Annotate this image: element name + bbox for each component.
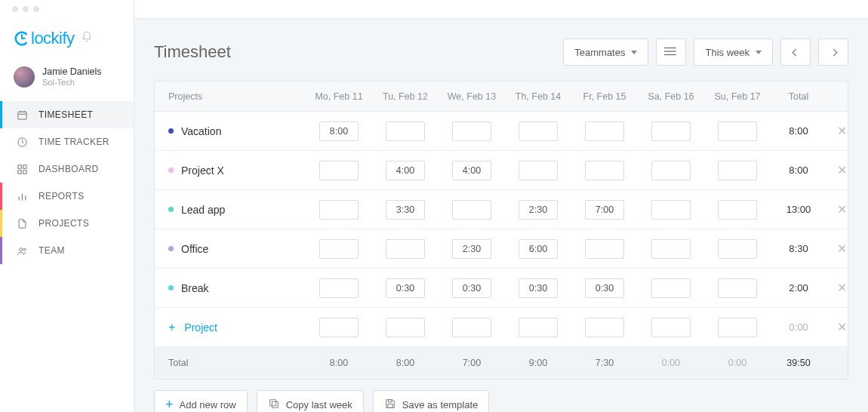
- col-day-header: Tu, Feb 12: [372, 91, 439, 102]
- time-input[interactable]: [651, 239, 691, 259]
- time-input[interactable]: [718, 121, 757, 141]
- project-cell[interactable]: Lead app: [155, 204, 306, 216]
- table-row: Project X8:00✕: [155, 151, 848, 190]
- time-input[interactable]: [585, 161, 624, 180]
- footer-day-total: 8:00: [306, 358, 372, 368]
- copy-last-week-button[interactable]: Copy last week: [257, 390, 364, 412]
- grid-icon: [16, 163, 28, 175]
- user-block[interactable]: Jamie Daniels Sol-Tech: [0, 62, 134, 101]
- time-input[interactable]: [519, 200, 558, 220]
- time-input[interactable]: [651, 200, 691, 220]
- project-cell[interactable]: Project X: [155, 164, 306, 177]
- time-input[interactable]: [585, 239, 624, 259]
- time-input[interactable]: [386, 318, 425, 337]
- time-input[interactable]: [386, 278, 425, 298]
- delete-row-icon[interactable]: ✕: [826, 202, 857, 217]
- table-row: Break2:00✕: [155, 269, 848, 308]
- clock-icon: [16, 136, 28, 148]
- project-cell[interactable]: Office: [155, 243, 306, 255]
- time-input[interactable]: [718, 318, 757, 337]
- add-row-button[interactable]: + Add new row: [154, 390, 248, 412]
- table-row: Office8:30✕: [155, 229, 848, 269]
- add-project-row: + Project 0:00 ✕: [155, 308, 848, 347]
- svg-rect-23: [272, 401, 278, 407]
- prev-week-button[interactable]: [780, 38, 811, 66]
- time-input[interactable]: [452, 239, 491, 259]
- footer-label: Total: [155, 358, 306, 368]
- footer-day-total: 7:30: [571, 358, 638, 368]
- teammates-select[interactable]: Teammates: [563, 38, 648, 66]
- row-total: 8:00: [771, 125, 826, 137]
- sidebar-item-label: TEAM: [38, 245, 65, 256]
- actions-bar: + Add new row Copy last week Save as tem…: [154, 390, 848, 412]
- project-cell[interactable]: Break: [155, 282, 306, 294]
- next-week-button[interactable]: [818, 38, 848, 66]
- time-input[interactable]: [718, 200, 757, 220]
- project-name: Lead app: [181, 204, 225, 216]
- time-input[interactable]: [452, 278, 491, 298]
- user-org: Sol-Tech: [42, 78, 102, 88]
- delete-row-icon[interactable]: ✕: [826, 163, 857, 177]
- footer-day-total: 0:00: [638, 358, 704, 368]
- time-input[interactable]: [585, 121, 624, 141]
- time-input[interactable]: [319, 121, 359, 141]
- time-input[interactable]: [519, 121, 558, 141]
- sidebar-item-projects[interactable]: PROJECTS: [0, 210, 134, 237]
- time-input[interactable]: [386, 161, 425, 180]
- time-input[interactable]: [319, 239, 359, 259]
- delete-row-icon[interactable]: ✕: [826, 124, 857, 138]
- time-input[interactable]: [585, 278, 624, 298]
- time-input[interactable]: [386, 239, 425, 259]
- sidebar-item-reports[interactable]: REPORTS: [0, 183, 134, 210]
- plus-icon: +: [168, 321, 175, 334]
- chevron-right-icon: [830, 48, 837, 56]
- delete-row-icon[interactable]: ✕: [826, 241, 857, 256]
- sidebar-item-timesheet[interactable]: TIMESHEET: [0, 101, 134, 128]
- add-project-label: Project: [184, 321, 217, 334]
- time-input[interactable]: [319, 318, 359, 337]
- col-day-header: Su, Feb 17: [704, 91, 771, 102]
- save-template-button[interactable]: Save as template: [373, 390, 489, 412]
- delete-row-icon[interactable]: ✕: [826, 320, 857, 334]
- project-color-dot: [168, 207, 174, 212]
- footer-day-total: 0:00: [704, 358, 771, 368]
- time-input[interactable]: [519, 278, 558, 298]
- time-input[interactable]: [452, 200, 491, 220]
- time-input[interactable]: [651, 318, 691, 337]
- time-input[interactable]: [319, 161, 359, 180]
- time-input[interactable]: [519, 239, 558, 259]
- sidebar-item-timetracker[interactable]: TIME TRACKER: [0, 128, 134, 155]
- delete-row-icon[interactable]: ✕: [826, 281, 857, 295]
- time-input[interactable]: [452, 318, 491, 337]
- row-total: 2:00: [771, 282, 826, 294]
- bell-icon[interactable]: [81, 31, 93, 46]
- time-input[interactable]: [651, 121, 691, 141]
- svg-rect-8: [17, 165, 20, 168]
- col-day-header: Sa, Feb 16: [638, 91, 704, 102]
- time-input[interactable]: [718, 161, 757, 180]
- svg-rect-25: [388, 399, 392, 401]
- col-projects-header: Projects: [155, 91, 306, 102]
- project-cell[interactable]: Vacation: [155, 125, 306, 137]
- time-input[interactable]: [519, 161, 558, 180]
- list-view-toggle[interactable]: [656, 38, 686, 66]
- time-input[interactable]: [718, 239, 757, 259]
- time-input[interactable]: [319, 200, 359, 220]
- sidebar-item-dashboard[interactable]: DASHBOARD: [0, 155, 134, 183]
- time-input[interactable]: [585, 318, 624, 337]
- sidebar-item-team[interactable]: TEAM: [0, 237, 134, 264]
- time-input[interactable]: [452, 161, 491, 180]
- time-input[interactable]: [585, 200, 624, 220]
- timesheet-table: Projects Mo, Feb 11 Tu, Feb 12 We, Feb 1…: [154, 81, 848, 380]
- time-input[interactable]: [452, 121, 491, 141]
- time-input[interactable]: [519, 318, 558, 337]
- time-input[interactable]: [651, 161, 691, 180]
- sidebar: lockify Jamie Daniels Sol-Tech TIMESHEET…: [0, 0, 134, 412]
- add-project-button[interactable]: + Project: [155, 321, 306, 334]
- time-input[interactable]: [386, 200, 425, 220]
- range-select[interactable]: This week: [694, 38, 773, 66]
- time-input[interactable]: [718, 278, 757, 298]
- time-input[interactable]: [319, 278, 359, 298]
- time-input[interactable]: [651, 278, 691, 298]
- time-input[interactable]: [386, 121, 425, 141]
